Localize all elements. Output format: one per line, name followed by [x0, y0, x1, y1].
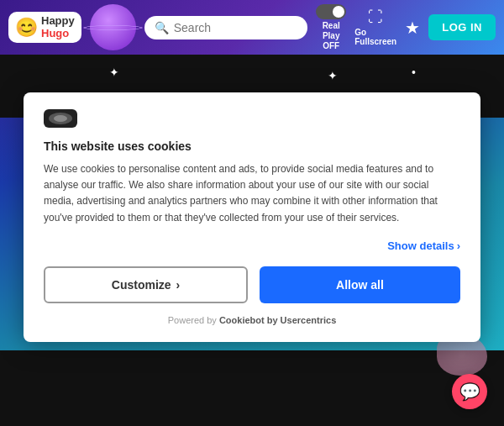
logo-icon: 😊 — [15, 17, 38, 39]
content-area-bottom — [0, 350, 504, 426]
cookiebot-logo-icon — [44, 109, 77, 128]
real-play-label: Real Play OFF — [323, 21, 340, 51]
planet-decoration — [90, 4, 136, 50]
cookie-buttons: Customize › Allow all — [44, 266, 460, 303]
toggle-knob — [333, 6, 344, 18]
logo-text: Happy Hugo — [41, 15, 75, 39]
show-details-link[interactable]: Show details › — [387, 239, 460, 252]
chat-button[interactable]: 💬 — [452, 374, 487, 409]
chevron-right-icon: › — [457, 239, 460, 252]
real-play-toggle-area: Real Play OFF — [316, 4, 346, 51]
logo[interactable]: 😊 Happy Hugo — [8, 12, 81, 43]
star-icon-button[interactable]: ★ — [405, 18, 420, 38]
show-details-area: Show details › — [44, 238, 460, 253]
cookie-banner: This website uses cookies We use cookies… — [24, 92, 480, 342]
cookie-body-text: We use cookies to personalise content an… — [44, 161, 460, 226]
cookie-logo — [44, 109, 460, 131]
allow-all-button[interactable]: Allow all — [260, 266, 460, 303]
cookie-title: This website uses cookies — [44, 139, 460, 153]
chat-icon: 💬 — [459, 381, 480, 402]
fullscreen-icon: ⛶ — [368, 8, 383, 26]
real-play-toggle[interactable] — [316, 4, 346, 19]
cookiebot-link[interactable]: Cookiebot by Usercentrics — [219, 315, 336, 325]
header: 😊 Happy Hugo 🔍 Real Play OFF ⛶ GoFullscr… — [0, 0, 504, 55]
customize-button[interactable]: Customize › — [44, 266, 248, 303]
search-input[interactable] — [174, 21, 297, 34]
search-bar[interactable]: 🔍 — [144, 16, 307, 39]
star-decoration-1: ✦ — [109, 66, 119, 79]
login-button[interactable]: LOG IN — [428, 14, 496, 40]
fullscreen-button[interactable]: ⛶ GoFullscreen — [354, 8, 396, 46]
cookie-footer: Powered by Cookiebot by Usercentrics — [44, 315, 460, 325]
svg-point-2 — [54, 115, 67, 122]
star-decoration-2: ✦ — [328, 69, 338, 82]
planet-icon — [90, 4, 136, 50]
fullscreen-label: GoFullscreen — [354, 28, 396, 46]
search-icon: 🔍 — [155, 21, 169, 34]
chevron-right-icon-btn: › — [176, 278, 181, 292]
star-decoration-3: • — [412, 66, 416, 79]
